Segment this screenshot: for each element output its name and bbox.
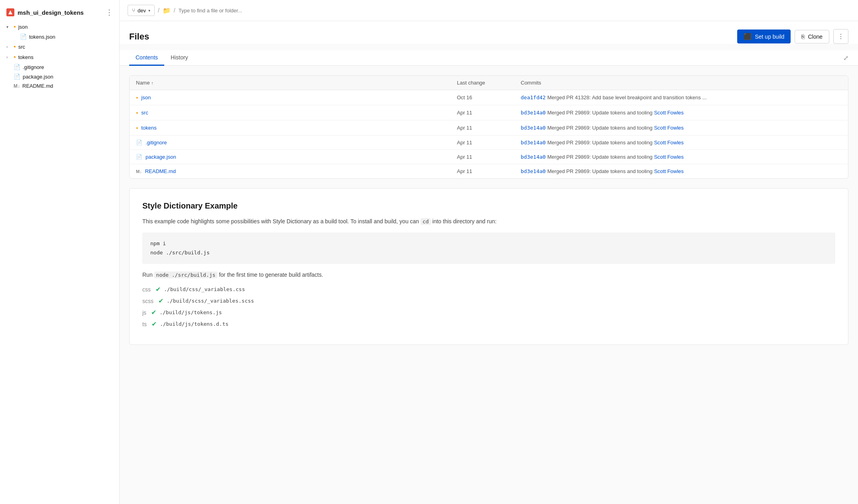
- tree-item-label: json: [18, 24, 28, 30]
- sidebar-item-src-folder[interactable]: ›▪src: [0, 41, 119, 52]
- file-date: Apr 11: [457, 140, 521, 146]
- file-date: Oct 16: [457, 94, 521, 100]
- commit-message: Merged PR 29869: Update tokens and tooli…: [547, 154, 653, 160]
- file-icon: 📄: [14, 73, 20, 80]
- sidebar-item-json-folder[interactable]: ▾▪json: [0, 22, 119, 32]
- file-date: Apr 11: [457, 154, 521, 160]
- branch-chevron-icon: ▾: [148, 8, 150, 13]
- setup-build-icon: ⬛: [744, 33, 752, 40]
- table-header: Name ↑ Last change Commits: [130, 76, 848, 90]
- branch-selector[interactable]: ⑂ dev ▾: [128, 5, 155, 16]
- col-name-header: Name ↑: [136, 80, 457, 86]
- file-label[interactable]: package.json: [146, 154, 176, 160]
- readme-code-block: npm i node ./src/build.js: [142, 232, 835, 264]
- chevron-right-icon: ›: [6, 45, 11, 49]
- sidebar: msh_ui_design_tokens ⋮ ▾▪json 📄tokens.js…: [0, 0, 120, 504]
- readme-run-text: Run node ./src/build.js for the first ti…: [142, 270, 835, 280]
- file-name: 📄 package.json: [136, 154, 457, 160]
- file-label[interactable]: src: [141, 110, 148, 116]
- file-header: Files ⬛ Set up build ⎘ Clone ⋮: [120, 21, 858, 44]
- clone-button[interactable]: ⎘ Clone: [795, 30, 829, 43]
- commit-info: bd3e14a0 Merged PR 29869: Update tokens …: [521, 125, 842, 131]
- header-more-button[interactable]: ⋮: [833, 29, 848, 44]
- commit-message: Merged PR 29869: Update tokens and tooli…: [547, 125, 653, 131]
- commit-author[interactable]: Scott Fowles: [654, 140, 683, 146]
- table-row[interactable]: ▪ tokens Apr 11 bd3e14a0 Merged PR 29869…: [130, 120, 848, 136]
- sidebar-item-tokens-json[interactable]: 📄tokens.json: [0, 32, 119, 41]
- sidebar-item-gitignore[interactable]: 📄.gitignore: [0, 62, 119, 72]
- table-row[interactable]: M↓ README.md Apr 11 bd3e14a0 Merged PR 2…: [130, 164, 848, 178]
- more-options-icon[interactable]: ⋮: [106, 8, 113, 17]
- commit-author[interactable]: Scott Fowles: [654, 125, 683, 131]
- path-separator: /: [158, 7, 159, 14]
- table-row[interactable]: ▪ src Apr 11 bd3e14a0 Merged PR 29869: U…: [130, 105, 848, 120]
- tree-item-label: tokens: [18, 54, 33, 60]
- col-lastchange-header: Last change: [457, 80, 521, 86]
- build-type: scss: [142, 298, 153, 304]
- file-label[interactable]: README.md: [145, 168, 176, 174]
- branch-icon: ⑂: [132, 7, 135, 14]
- folder-icon: ▪: [136, 109, 138, 116]
- file-icon: 📄: [20, 33, 27, 40]
- commit-info: bd3e14a0 Merged PR 29869: Update tokens …: [521, 110, 842, 116]
- check-icon: ✔: [158, 297, 163, 305]
- markdown-icon: M↓: [136, 169, 142, 174]
- readme-description: This example code highlights some possib…: [142, 217, 835, 226]
- commit-hash-link[interactable]: bd3e14a0: [521, 140, 546, 146]
- run-text-before: Run: [142, 272, 153, 278]
- commit-hash-link[interactable]: bd3e14a0: [521, 110, 546, 116]
- readme-desc-after: into this directory and run:: [432, 218, 496, 224]
- readme-title: Style Dictionary Example: [142, 201, 835, 211]
- commit-author[interactable]: Scott Fowles: [654, 110, 683, 116]
- file-name: M↓ README.md: [136, 168, 457, 174]
- path-search-input[interactable]: [179, 8, 258, 14]
- commit-info: bd3e14a0 Merged PR 29869: Update tokens …: [521, 154, 842, 160]
- build-type: ts: [142, 321, 147, 327]
- setup-build-button[interactable]: ⬛ Set up build: [737, 30, 791, 43]
- tree-item-label: tokens.json: [29, 34, 55, 40]
- sidebar-item-package-json[interactable]: 📄package.json: [0, 72, 119, 81]
- file-name: ▪ tokens: [136, 124, 457, 131]
- file-label[interactable]: .gitignore: [146, 140, 167, 146]
- file-icon: 📄: [136, 140, 142, 146]
- file-label[interactable]: tokens: [141, 125, 156, 131]
- commit-hash-link[interactable]: bd3e14a0: [521, 125, 546, 131]
- table-row[interactable]: ▪ json Oct 16 dea1fd42 Merged PR 41328: …: [130, 90, 848, 105]
- commit-hash-link[interactable]: dea1fd42: [521, 94, 546, 100]
- setup-build-label: Set up build: [755, 33, 784, 40]
- chevron-down-icon: ▾: [6, 25, 11, 29]
- tab-history[interactable]: History: [164, 50, 195, 66]
- file-icon: 📄: [136, 154, 142, 160]
- table-row[interactable]: 📄 package.json Apr 11 bd3e14a0 Merged PR…: [130, 150, 848, 164]
- tab-contents[interactable]: Contents: [129, 50, 164, 66]
- file-tabs: Contents History ⤢: [120, 50, 858, 66]
- col-commits-header: Commits: [521, 80, 842, 86]
- sidebar-item-tokens-folder[interactable]: ›▪tokens: [0, 52, 119, 62]
- tree-item-label: package.json: [23, 74, 53, 80]
- commit-author[interactable]: Scott Fowles: [654, 168, 683, 174]
- readme-section: Style Dictionary Example This example co…: [129, 188, 848, 345]
- build-item: ts✔./build/js/tokens.d.ts: [142, 320, 835, 328]
- topbar: ⑂ dev ▾ / 📁 /: [120, 0, 858, 21]
- readme-desc-before: This example code highlights some possib…: [142, 218, 419, 224]
- repo-icon-inner: [8, 10, 12, 14]
- build-path: ./build/scss/_variables.scss: [167, 298, 254, 304]
- check-icon: ✔: [155, 285, 161, 293]
- folder-icon: ▪: [14, 23, 16, 30]
- folder-icon: ▪: [14, 43, 16, 50]
- branch-name: dev: [138, 8, 146, 14]
- clone-label: Clone: [808, 33, 823, 40]
- sidebar-item-readme[interactable]: M↓README.md: [0, 81, 119, 91]
- file-label[interactable]: json: [141, 94, 151, 100]
- file-name: 📄 .gitignore: [136, 140, 457, 146]
- build-item: scss✔./build/scss/_variables.scss: [142, 297, 835, 305]
- code-line-2: node ./src/build.js: [150, 248, 827, 257]
- file-date: Apr 11: [457, 125, 521, 131]
- commit-hash-link[interactable]: bd3e14a0: [521, 154, 546, 160]
- commit-hash-link[interactable]: bd3e14a0: [521, 168, 546, 174]
- build-path: ./build/css/_variables.css: [164, 286, 245, 292]
- expand-icon[interactable]: ⤢: [843, 54, 848, 62]
- commit-author[interactable]: Scott Fowles: [654, 154, 683, 160]
- sidebar-tree: ▾▪json 📄tokens.json›▪src›▪tokens 📄.gitig…: [0, 22, 119, 91]
- table-row[interactable]: 📄 .gitignore Apr 11 bd3e14a0 Merged PR 2…: [130, 136, 848, 150]
